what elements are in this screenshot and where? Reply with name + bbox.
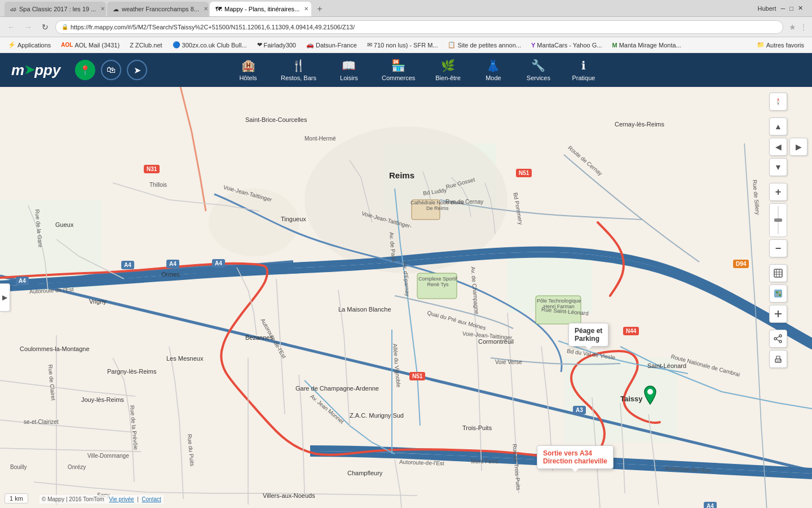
forward-button[interactable]: → (21, 20, 35, 34)
print-button[interactable] (769, 350, 787, 368)
tab-label-mappy: Mappy - Plans, itinéraires... (224, 6, 299, 12)
bookmark-manta-mirage[interactable]: M Manta Mirage Monta... (609, 41, 685, 50)
bookmark-favicon-sfr: ✉ (367, 41, 372, 49)
privacy-link[interactable]: Vie privée (109, 496, 134, 502)
bookmark-label-300zx: 300zx.co.uk Club Bull... (182, 42, 247, 49)
tab-close-weather[interactable]: ✕ (204, 6, 208, 12)
restore-btn[interactable]: □ (789, 5, 793, 12)
nav-restos-label: Restos, Bars (281, 75, 316, 81)
satellite-view-button[interactable] (769, 284, 787, 303)
bookmark-mantacars[interactable]: Y MantaCars - Yahoo G... (528, 41, 606, 50)
lock-icon: 🔒 (61, 24, 68, 30)
logo-arrow-icon: ➤ (24, 63, 34, 77)
nav-bienetre[interactable]: 🌿 Bien-être (425, 53, 471, 87)
pan-down-button[interactable]: ▼ (769, 158, 787, 176)
mappy-logo[interactable]: m ➤ ppy (11, 62, 60, 79)
tab-weather[interactable]: ☁ weather Francorchamps 8... ✕ (107, 2, 209, 16)
header-icons: 📍 🛍 ➤ (75, 60, 147, 80)
zoom-slider[interactable] (769, 203, 787, 237)
reload-button[interactable]: ↻ (38, 20, 52, 34)
bookmark-favicon-aol: AOL (61, 42, 73, 48)
restos-icon: 🍴 (292, 59, 306, 72)
browser-nav: ← → ↻ 🔒 https://fr.mappy.com/#/5/M2/TSea… (0, 17, 812, 37)
nav-loisirs[interactable]: 📖 Loisirs (326, 53, 372, 87)
main-nav: 🏨 Hôtels 🍴 Restos, Bars 📖 Loisirs 🏪 Comm… (226, 53, 812, 87)
bookmark-petites-annonces[interactable]: 📋 Site de petites annon... (444, 40, 524, 50)
settings-icon[interactable]: ⋮ (800, 23, 807, 32)
nav-commerces[interactable]: 🏪 Commerces (372, 53, 425, 87)
svg-rect-8 (412, 200, 440, 220)
share-button[interactable] (769, 330, 787, 348)
nav-restos[interactable]: 🍴 Restos, Bars (271, 53, 326, 87)
compass-button[interactable] (769, 93, 787, 111)
pan-left-button[interactable]: ◀ (769, 138, 787, 156)
svg-point-9 (647, 389, 653, 395)
bookmark-fairlady[interactable]: ❤ Fairlady300 (254, 40, 299, 50)
svg-rect-3 (564, 358, 677, 443)
services-icon: 🔧 (531, 59, 545, 72)
location-pin-button[interactable]: 📍 (75, 60, 95, 80)
destination-pin[interactable] (642, 385, 659, 405)
address-bar[interactable]: 🔒 https://fr.mappy.com/#/5/M2/TSearch/ST… (55, 20, 783, 34)
contact-link[interactable]: Contact (142, 496, 161, 502)
svg-rect-23 (776, 361, 780, 361)
svg-rect-14 (774, 290, 782, 297)
bookmark-label-manta-mirage: Manta Mirage Monta... (619, 42, 681, 49)
bookmark-favicon-pa: 📋 (448, 41, 456, 49)
back-button[interactable]: ← (5, 20, 18, 34)
commerces-icon: 🏪 (391, 59, 405, 72)
nav-hotels[interactable]: 🏨 Hôtels (226, 53, 271, 87)
svg-rect-13 (774, 269, 782, 277)
directions-button[interactable]: ➤ (127, 60, 147, 80)
bookmark-autres[interactable]: 📁 Autres favoris (753, 40, 807, 50)
tab-new-button[interactable]: + (312, 2, 327, 16)
bookmark-300zx[interactable]: 🔵 300zx.co.uk Club Bull... (169, 40, 250, 50)
app-header: m ➤ ppy 📍 🛍 ➤ 🏨 Hôtels 🍴 Restos, Bars 📖 … (0, 53, 812, 87)
copyright-text: © Mappy | 2016 TomTom (42, 496, 104, 502)
browser-tabs: 🏎 Spa Classic 2017 : les 19 ... ✕ ☁ weat… (5, 1, 327, 16)
bienetre-icon: 🌿 (441, 59, 455, 72)
bookmark-zclub[interactable]: Z ZClub.net (126, 41, 165, 50)
bookmark-datsun[interactable]: 🚗 Datsun-France (303, 40, 360, 50)
close-btn[interactable]: ✕ (798, 5, 803, 12)
svg-point-24 (780, 360, 781, 361)
svg-point-12 (777, 100, 779, 103)
nav-mode[interactable]: 👗 Mode (471, 53, 516, 87)
tab-close-spa[interactable]: ✕ (100, 6, 105, 12)
browser-titlebar: 🏎 Spa Classic 2017 : les 19 ... ✕ ☁ weat… (0, 0, 812, 17)
bookmark-applications[interactable]: ⚡ Applications (5, 40, 54, 50)
pan-right-button[interactable]: ▶ (789, 138, 807, 156)
pan-up-button[interactable]: ▲ (769, 117, 787, 135)
zoom-out-button[interactable]: − (769, 239, 787, 257)
logo-text2: ppy (34, 62, 60, 79)
mode-icon: 👗 (486, 59, 500, 72)
nav-pratique[interactable]: ℹ Pratique (561, 53, 606, 87)
map-copyright: © Mappy | 2016 TomTom Vie privée | Conta… (39, 495, 164, 503)
bookmark-label-sfr: 710 non lus) - SFR M... (374, 42, 438, 49)
bookmark-sfr[interactable]: ✉ 710 non lus) - SFR M... (364, 40, 442, 50)
scale-bar: 1 km (5, 493, 28, 503)
map-container[interactable]: Rue Gosset Bd Luddy Rue de Cernay Bd Pom… (0, 87, 812, 508)
tab-label-spa: Spa Classic 2017 : les 19 ... (19, 6, 96, 12)
tab-mappy[interactable]: 🗺 Mappy - Plans, itinéraires... ✕ (210, 2, 311, 16)
tab-spa[interactable]: 🏎 Spa Classic 2017 : les 19 ... ✕ (5, 2, 106, 16)
tab-favicon-spa: 🏎 (10, 6, 17, 12)
shopping-button[interactable]: 🛍 (101, 60, 121, 80)
svg-rect-18 (779, 294, 781, 296)
svg-point-19 (779, 335, 782, 337)
nav-services-label: Services (527, 75, 550, 81)
bookmarks-bar: ⚡ Applications AOL AOL Mail (3431) Z ZCl… (0, 37, 812, 53)
minimize-btn[interactable]: ─ (781, 5, 785, 12)
zoom-in-button[interactable]: + (769, 183, 787, 201)
bookmark-star[interactable]: ★ (789, 23, 796, 32)
bookmark-favicon-manta-mirage: M (612, 42, 617, 49)
svg-point-20 (779, 340, 782, 343)
bookmark-favicon-zclub: Z (130, 42, 134, 49)
nav-services[interactable]: 🔧 Services (516, 53, 561, 87)
panel-toggle[interactable]: ▶ (0, 283, 10, 312)
traffic-view-button[interactable] (769, 305, 787, 323)
tab-label-weather: weather Francorchamps 8... (122, 6, 199, 12)
map-view-button[interactable] (769, 264, 787, 282)
tab-close-mappy[interactable]: ✕ (304, 6, 308, 12)
bookmark-aol[interactable]: AOL AOL Mail (3431) (58, 41, 123, 50)
